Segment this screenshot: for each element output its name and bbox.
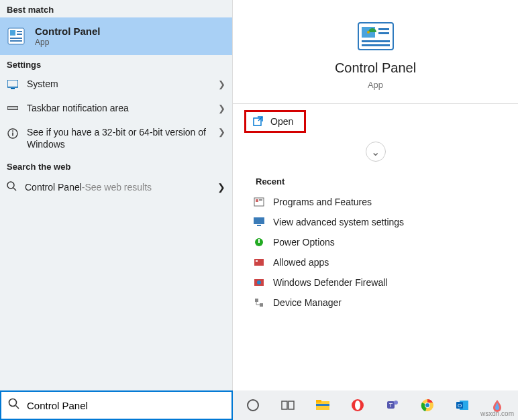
details-subtitle: App	[233, 80, 518, 90]
svg-rect-41	[282, 401, 287, 409]
settings-item-label: System	[27, 78, 218, 91]
svg-rect-2	[17, 31, 22, 32]
svg-rect-34	[255, 299, 258, 302]
svg-rect-27	[257, 225, 261, 226]
open-button[interactable]: Open	[246, 112, 304, 131]
divider	[233, 103, 518, 104]
svg-rect-18	[378, 32, 389, 34]
search-icon	[7, 181, 17, 193]
open-label: Open	[270, 116, 293, 127]
svg-rect-19	[362, 40, 390, 42]
outlook-icon[interactable]: O	[454, 397, 470, 413]
svg-rect-31	[256, 260, 258, 262]
monitor-icon	[253, 216, 265, 228]
settings-item-bitversion[interactable]: See if you have a 32-bit or 64-bit versi…	[0, 120, 232, 157]
web-suffix: See web results	[85, 182, 152, 193]
chevron-down-icon: ⌄	[371, 146, 380, 158]
settings-item-label: Taskbar notification area	[27, 103, 218, 115]
svg-rect-42	[289, 401, 294, 409]
svg-point-12	[7, 182, 14, 189]
svg-rect-30	[254, 259, 264, 266]
settings-label: Settings	[0, 55, 232, 72]
taskbar: T O	[233, 390, 518, 420]
svg-line-13	[13, 188, 16, 191]
svg-point-53	[425, 403, 429, 407]
svg-point-50	[394, 401, 398, 405]
recent-item-programs[interactable]: Programs and Features	[233, 192, 518, 212]
chevron-right-icon: ❯	[217, 182, 225, 193]
svg-point-38	[9, 399, 17, 407]
details-title: Control Panel	[233, 60, 518, 76]
svg-rect-26	[254, 217, 264, 224]
open-icon	[253, 116, 264, 127]
svg-text:O: O	[458, 403, 462, 409]
details-panel: Control Panel App Open ⌄ Recent Programs…	[233, 0, 518, 390]
search-icon	[8, 398, 20, 413]
firewall-apps-icon	[253, 256, 265, 268]
recent-item-label: Allowed apps	[273, 257, 329, 268]
svg-rect-24	[256, 199, 258, 202]
svg-rect-1	[10, 30, 15, 36]
recent-item-label: Device Manager	[273, 297, 342, 308]
device-manager-icon	[253, 297, 265, 309]
best-match-subtitle: App	[35, 38, 101, 47]
search-box[interactable]	[0, 390, 233, 420]
firewall-icon	[253, 276, 265, 288]
expand-button[interactable]: ⌄	[366, 142, 386, 162]
monitor-icon	[7, 80, 19, 89]
web-result[interactable]: Control Panel - See web results ❯	[0, 174, 232, 200]
recent-item-label: Programs and Features	[273, 197, 372, 207]
best-match-result[interactable]: Control Panel App	[0, 17, 232, 55]
best-match-label: Best match	[0, 0, 232, 17]
svg-point-33	[257, 280, 261, 284]
svg-rect-35	[260, 303, 263, 307]
svg-rect-10	[12, 133, 13, 136]
svg-rect-44	[316, 400, 321, 403]
svg-rect-7	[11, 88, 15, 89]
recent-item-allowed[interactable]: Allowed apps	[233, 252, 518, 272]
svg-rect-29	[258, 239, 260, 243]
svg-rect-45	[316, 404, 329, 406]
svg-rect-5	[10, 40, 22, 42]
recent-label: Recent	[256, 176, 518, 187]
svg-line-22	[258, 117, 262, 121]
info-icon	[7, 128, 19, 139]
svg-rect-20	[362, 44, 390, 46]
control-panel-large-icon	[354, 21, 397, 54]
chevron-right-icon: ❯	[218, 103, 225, 113]
recent-item-label: Windows Defender Firewall	[273, 277, 387, 288]
file-explorer-icon[interactable]	[315, 397, 331, 413]
programs-icon	[253, 196, 265, 208]
settings-item-system[interactable]: System ❯	[0, 72, 232, 97]
cortana-icon[interactable]	[245, 397, 261, 413]
svg-point-47	[355, 401, 360, 410]
recent-item-label: View advanced system settings	[273, 217, 404, 227]
watermark: wsxdn.com	[480, 410, 514, 417]
search-web-label: Search the web	[0, 157, 232, 174]
power-icon	[253, 236, 265, 248]
svg-text:T: T	[389, 402, 393, 409]
task-view-icon[interactable]	[280, 397, 296, 413]
recent-item-label: Power Options	[273, 237, 335, 248]
svg-rect-8	[7, 107, 18, 109]
chrome-icon[interactable]	[419, 397, 435, 413]
recent-item-firewall[interactable]: Windows Defender Firewall	[233, 272, 518, 293]
best-match-title: Control Panel	[35, 25, 101, 38]
svg-point-11	[12, 130, 13, 132]
svg-rect-25	[259, 199, 262, 201]
svg-point-40	[248, 400, 258, 411]
chevron-right-icon: ❯	[218, 79, 225, 89]
control-panel-icon	[7, 27, 25, 46]
recent-item-power[interactable]: Power Options	[233, 232, 518, 252]
svg-rect-17	[378, 28, 389, 30]
search-input[interactable]	[27, 400, 231, 411]
recent-item-advsys[interactable]: View advanced system settings	[233, 212, 518, 232]
recent-item-devmgr[interactable]: Device Manager	[233, 293, 518, 313]
svg-line-39	[16, 406, 19, 409]
teams-icon[interactable]: T	[384, 397, 401, 413]
opera-icon[interactable]	[350, 397, 366, 413]
settings-item-taskbar[interactable]: Taskbar notification area ❯	[0, 97, 232, 121]
taskbar-icon	[7, 104, 19, 112]
svg-point-16	[367, 31, 370, 34]
svg-rect-6	[7, 80, 18, 87]
